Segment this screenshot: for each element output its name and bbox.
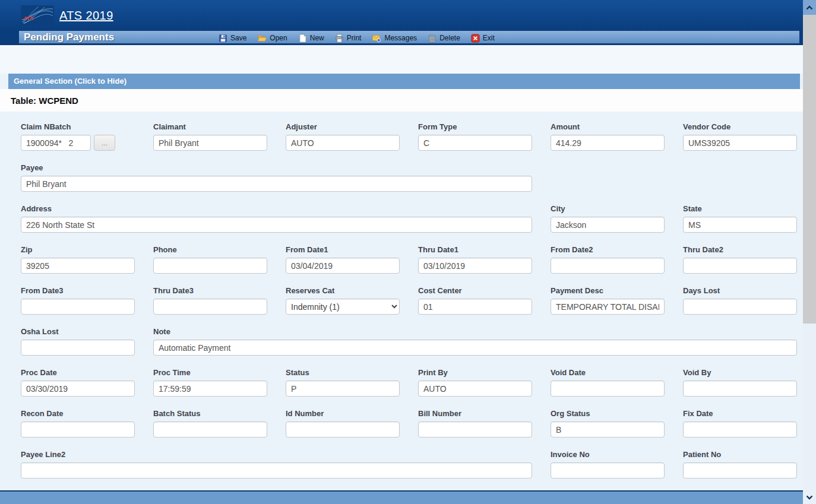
payee-input[interactable] xyxy=(21,176,532,192)
cost-center-input[interactable] xyxy=(418,299,532,315)
app-header: ATS ATS 2019 xyxy=(0,0,803,31)
delete-label: Delete xyxy=(439,34,460,42)
proc-date-input[interactable] xyxy=(21,381,135,397)
org-status-input[interactable] xyxy=(551,421,665,438)
payee-label: Payee xyxy=(21,163,532,172)
thru-date3-input[interactable] xyxy=(153,299,267,315)
reserves-cat-select[interactable]: Indemnity (1) xyxy=(286,299,400,315)
messages-button[interactable]: Messages xyxy=(372,34,417,43)
from-date3-input[interactable] xyxy=(21,299,135,315)
invoice-no-input[interactable] xyxy=(551,462,665,478)
exit-button[interactable]: Exit xyxy=(471,34,495,43)
claim-nbatch-input[interactable] xyxy=(21,135,91,151)
thru-date2-input[interactable] xyxy=(683,258,797,274)
thru-date1-input[interactable] xyxy=(418,258,532,274)
from-date1-input[interactable] xyxy=(286,258,400,274)
field-org-status: Org Status xyxy=(551,409,665,438)
app-title-link[interactable]: ATS 2019 xyxy=(59,9,113,23)
field-status: Status xyxy=(286,368,400,397)
adjuster-input[interactable] xyxy=(286,135,400,151)
svg-text:ATS: ATS xyxy=(23,15,33,21)
claim-browse-button[interactable]: ... xyxy=(94,135,115,151)
field-from-date2: From Date2 xyxy=(551,245,665,274)
save-icon xyxy=(219,34,227,43)
field-payment-desc: Payment Desc xyxy=(551,286,665,315)
note-input[interactable] xyxy=(153,340,797,356)
invoice-no-label: Invoice No xyxy=(551,450,665,459)
field-state: State xyxy=(683,204,797,233)
payee-line2-label: Payee Line2 xyxy=(21,450,532,459)
open-button[interactable]: Open xyxy=(257,34,287,43)
save-button[interactable]: Save xyxy=(219,34,246,43)
field-address: Address xyxy=(21,204,532,233)
amount-input[interactable] xyxy=(551,135,665,151)
print-button[interactable]: Print xyxy=(335,34,362,43)
city-input[interactable] xyxy=(551,217,665,233)
claimant-label: Claimant xyxy=(153,122,267,131)
field-form-type: Form Type xyxy=(418,122,532,151)
address-input[interactable] xyxy=(21,217,532,233)
app-window: ATS ATS 2019 Pending Payments Save Open … xyxy=(0,0,803,504)
save-label: Save xyxy=(230,34,246,42)
from-date2-input[interactable] xyxy=(551,258,665,274)
state-input[interactable] xyxy=(683,217,797,233)
void-date-input[interactable] xyxy=(551,381,665,397)
field-from-date3: From Date3 xyxy=(21,286,135,315)
thru-date2-label: Thru Date2 xyxy=(683,245,797,254)
bill-number-input[interactable] xyxy=(418,421,532,438)
osha-lost-input[interactable] xyxy=(21,340,135,356)
proc-date-label: Proc Date xyxy=(21,368,135,377)
print-label: Print xyxy=(347,34,362,42)
claim-nbatch-label: Claim NBatch xyxy=(21,122,135,131)
field-adjuster: Adjuster xyxy=(286,122,400,151)
scrollbar-thumb[interactable] xyxy=(803,15,816,324)
status-label: Status xyxy=(286,368,400,377)
field-proc-time: Proc Time xyxy=(153,368,267,397)
void-by-label: Void By xyxy=(683,368,797,377)
print-by-input[interactable] xyxy=(418,381,532,397)
messages-icon xyxy=(372,34,381,43)
patient-no-input[interactable] xyxy=(683,462,797,478)
form-area: Claim NBatch ... Claimant Adjuster Form … xyxy=(0,112,803,490)
field-invoice-no: Invoice No xyxy=(551,450,665,478)
exit-icon xyxy=(471,34,480,43)
phone-input[interactable] xyxy=(153,258,267,274)
open-label: Open xyxy=(270,34,287,42)
zip-input[interactable] xyxy=(21,258,135,274)
field-cost-center: Cost Center xyxy=(418,286,532,315)
payee-line2-input[interactable] xyxy=(21,462,532,478)
recon-date-label: Recon Date xyxy=(21,409,135,418)
new-button[interactable]: New xyxy=(298,34,324,43)
field-osha-lost: Osha Lost xyxy=(21,327,135,356)
id-number-input[interactable] xyxy=(286,421,400,438)
field-note: Note xyxy=(153,327,797,356)
vertical-scrollbar[interactable] xyxy=(803,0,816,504)
recon-date-input[interactable] xyxy=(21,421,135,438)
delete-button[interactable]: Delete xyxy=(428,34,460,43)
phone-label: Phone xyxy=(153,245,267,254)
days-lost-input[interactable] xyxy=(683,299,797,315)
claimant-input[interactable] xyxy=(153,135,267,151)
next-section-header[interactable] xyxy=(0,490,803,504)
vendor-code-input[interactable] xyxy=(683,135,797,151)
field-thru-date1: Thru Date1 xyxy=(418,245,532,274)
status-input[interactable] xyxy=(286,381,400,397)
scroll-down-button[interactable] xyxy=(803,492,816,503)
open-folder-icon xyxy=(257,34,267,43)
field-claimant: Claimant xyxy=(153,122,267,151)
payment-desc-input[interactable] xyxy=(551,299,665,315)
form-type-input[interactable] xyxy=(418,135,532,151)
toolbar-buttons: Save Open New Print Messages Delete xyxy=(219,31,495,45)
exit-label: Exit xyxy=(483,34,495,42)
scroll-up-button[interactable] xyxy=(803,0,816,15)
void-by-input[interactable] xyxy=(683,381,797,397)
amount-label: Amount xyxy=(551,122,665,131)
bill-number-label: Bill Number xyxy=(418,409,532,418)
batch-status-input[interactable] xyxy=(153,421,267,438)
chevron-up-icon xyxy=(805,5,814,11)
general-section-header[interactable]: General Section (Click to Hide) xyxy=(8,74,800,89)
fix-date-input[interactable] xyxy=(683,421,797,438)
proc-time-input[interactable] xyxy=(153,381,267,397)
trash-icon xyxy=(428,34,437,43)
city-label: City xyxy=(551,204,665,213)
